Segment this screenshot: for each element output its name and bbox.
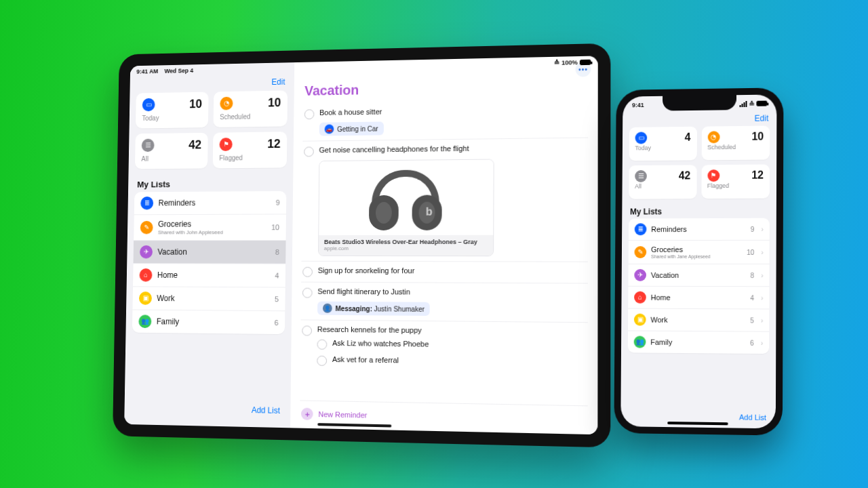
ipad-screen: 9:41 AM Wed Sep 4 ≙ 100% Edit ▭ 10 Today… <box>124 56 598 434</box>
context-chip[interactable]: 🚗Getting in Car <box>319 121 384 136</box>
ipad-device: 9:41 AM Wed Sep 4 ≙ 100% Edit ▭ 10 Today… <box>113 43 610 448</box>
smart-label: All <box>635 183 642 190</box>
complete-toggle[interactable] <box>302 267 313 277</box>
battery-icon <box>756 101 767 106</box>
list-count: 10 <box>747 248 754 256</box>
edit-button[interactable]: Edit <box>755 114 769 123</box>
chip-text: Getting in Car <box>337 125 378 133</box>
home-icon: ⌂ <box>139 268 152 282</box>
smart-card-today[interactable]: ▭ 10 Today <box>136 92 209 129</box>
reminder-item[interactable]: Research kennels for the puppy Ask Liz w… <box>300 319 588 377</box>
smart-card-all[interactable]: ☰ 42 All <box>135 133 208 169</box>
reminder-title: Research kennels for the puppy <box>317 325 422 335</box>
reminder-item[interactable]: Sign up for snorkeling for four <box>301 261 588 283</box>
reminder-title: Ask vet for a referral <box>332 355 399 364</box>
add-list-button[interactable]: Add List <box>131 398 284 421</box>
link-image <box>319 160 493 236</box>
link-preview[interactable]: Beats Studio3 Wireless Over-Ear Headphon… <box>318 159 494 257</box>
car-icon: 🚗 <box>325 124 334 134</box>
smart-label: Scheduled <box>220 113 281 121</box>
status-right: ≙ <box>740 100 768 108</box>
calendar-icon: ▭ <box>142 98 155 112</box>
my-lists: ≣ Reminders 9 › ✎ GroceriesShared with J… <box>628 218 770 354</box>
plane-icon: ✈ <box>634 269 646 281</box>
status-right: ≙ 100% <box>554 59 591 66</box>
list-row-family[interactable]: 👥 Family 6 <box>132 310 285 334</box>
brief-icon: ▣ <box>139 291 152 305</box>
list-label: Reminders <box>651 225 746 233</box>
complete-toggle[interactable] <box>304 146 314 157</box>
cellular-icon <box>740 100 747 106</box>
complete-toggle[interactable] <box>302 288 313 298</box>
list-count: 8 <box>751 272 755 279</box>
new-reminder-button[interactable]: ＋ New Reminder <box>300 400 588 434</box>
chevron-right-icon: › <box>761 248 763 256</box>
list-row-work[interactable]: ▣ Work 5 <box>132 287 285 311</box>
reminder-item[interactable]: Send flight itinerary to Justin 👤Messagi… <box>301 282 588 323</box>
list-row-vacation[interactable]: ✈ Vacation 8 › <box>628 264 769 287</box>
link-title: Beats Studio3 Wireless Over-Ear Headphon… <box>324 239 488 245</box>
list-row-home[interactable]: ⌂ Home 4 <box>133 264 285 287</box>
list-row-work[interactable]: ▣ Work 5 › <box>628 309 769 332</box>
smart-card-flagged[interactable]: ⚑ 12 Flagged <box>213 131 288 168</box>
context-chip[interactable]: 👤Messaging: Justin Shumaker <box>317 302 430 316</box>
list-label: Family <box>157 317 269 327</box>
smart-lists-grid: ▭ 10 Today ◔ 10 Scheduled ☰ 42 All ⚑ 12 … <box>135 90 288 169</box>
list-sublabel: Shared with John Appleseed <box>158 229 267 235</box>
clock-icon: ◔ <box>707 131 719 143</box>
smart-card-today[interactable]: ▭ 4 Today <box>629 127 697 161</box>
complete-toggle[interactable] <box>302 325 312 336</box>
list-count: 9 <box>751 225 755 232</box>
reminder-items: Book a house sitter 🚗Getting in Car Get … <box>300 100 588 406</box>
list-label: GroceriesShared with Jane Appleseed <box>651 245 742 259</box>
list-row-family[interactable]: 👥 Family 6 › <box>628 331 769 354</box>
reminder-item[interactable]: Book a house sitter 🚗Getting in Car <box>302 100 588 141</box>
list-count: 9 <box>276 199 280 207</box>
reminder-title: Get noise cancelling headphones for the … <box>319 144 469 154</box>
reminder-title: Sign up for snorkeling for four <box>318 266 415 274</box>
smart-card-scheduled[interactable]: ◔ 10 Scheduled <box>701 125 770 160</box>
list-count: 6 <box>750 339 754 346</box>
inbox-icon: ☰ <box>142 139 155 152</box>
list-row-home[interactable]: ⌂ Home 4 › <box>628 287 769 310</box>
plane-icon: ✈ <box>140 245 153 259</box>
smart-count: 4 <box>685 131 691 144</box>
battery-icon <box>580 60 591 65</box>
complete-toggle[interactable] <box>317 356 327 366</box>
list-label: Reminders <box>158 198 270 208</box>
flag-icon: ⚑ <box>707 169 719 182</box>
list-row-vacation[interactable]: ✈ Vacation 8 <box>134 241 286 264</box>
smart-lists-grid: ▭ 4 Today ◔ 10 Scheduled ☰ 42 All ⚑ 12 F… <box>629 125 770 199</box>
complete-toggle[interactable] <box>304 109 315 119</box>
smart-label: All <box>141 155 201 163</box>
smart-card-flagged[interactable]: ⚑ 12 Flagged <box>701 165 770 199</box>
my-lists-heading: My Lists <box>137 178 284 189</box>
list-row-groceries[interactable]: ✎ GroceriesShared with Jane Appleseed 10… <box>629 241 770 264</box>
calendar-icon: ▭ <box>635 132 648 144</box>
my-lists-heading: My Lists <box>630 207 768 217</box>
edit-button[interactable]: Edit <box>271 77 285 87</box>
reminder-item[interactable]: Get noise cancelling headphones for the … <box>301 138 588 262</box>
smart-card-scheduled[interactable]: ◔ 10 Scheduled <box>213 90 288 127</box>
smart-card-all[interactable]: ☰ 42 All <box>629 165 696 199</box>
smart-count: 10 <box>189 97 202 111</box>
list-count: 5 <box>750 317 754 324</box>
chip-text: Messaging: Justin Shumaker <box>336 304 425 312</box>
list-row-groceries[interactable]: ✎ GroceriesShared with John Appleseed 10 <box>134 214 286 241</box>
avatar-icon: 👤 <box>323 304 332 313</box>
clock-icon: ◔ <box>220 97 233 110</box>
new-reminder-label: New Reminder <box>318 410 367 420</box>
brief-icon: ▣ <box>634 314 646 326</box>
list-icon: ≣ <box>635 223 647 235</box>
iphone-device: 9:41 ≙ Edit ▭ 4 Today ◔ 10 Scheduled ☰ 4… <box>614 87 783 435</box>
list-row-reminders[interactable]: ≣ Reminders 9 <box>134 191 287 215</box>
smart-count: 42 <box>679 169 691 182</box>
reminder-subitem[interactable]: Ask vet for a referral <box>317 352 587 373</box>
smart-count: 10 <box>751 131 764 143</box>
list-label: Home <box>157 270 270 280</box>
list-row-reminders[interactable]: ≣ Reminders 9 › <box>629 218 770 241</box>
complete-toggle[interactable] <box>317 340 327 350</box>
pencil-icon: ✎ <box>634 246 646 258</box>
smart-label: Flagged <box>219 154 280 162</box>
list-count: 10 <box>271 223 279 231</box>
